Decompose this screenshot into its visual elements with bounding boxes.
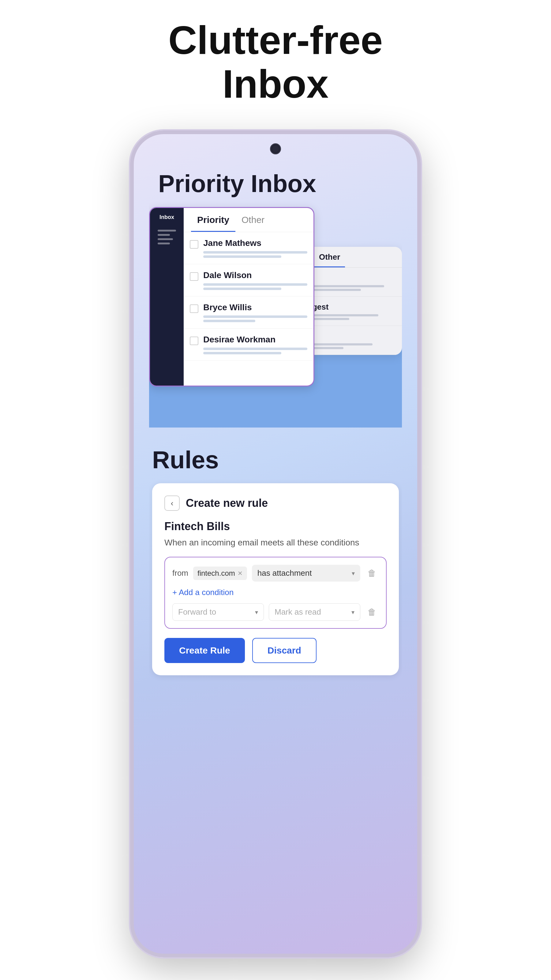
condition-row: from fintech.com ✕ has attachment ▾ 🗑 bbox=[172, 565, 379, 582]
email-checkbox-dale[interactable] bbox=[190, 272, 198, 281]
priority-card-tabs: Priority Other bbox=[184, 208, 313, 232]
card-sidebar: Inbox bbox=[150, 208, 184, 385]
rules-title: Rules bbox=[152, 446, 399, 474]
back-icon[interactable]: ‹ bbox=[164, 495, 180, 511]
email-item-dale[interactable]: Dale Wilson bbox=[184, 264, 313, 296]
page-wrapper: Clutter-free Inbox Priority Inbox Priori… bbox=[0, 0, 551, 980]
email-checkbox-jane[interactable] bbox=[190, 240, 198, 249]
tab-priority[interactable]: Priority bbox=[191, 208, 235, 232]
tab-other[interactable]: Other bbox=[235, 208, 271, 232]
screen-content: Priority Inbox Priority Other bbox=[149, 158, 402, 954]
from-label: from bbox=[172, 568, 188, 578]
other-card-tab-other[interactable]: Other bbox=[314, 247, 345, 267]
email-checkbox-bryce[interactable] bbox=[190, 304, 198, 313]
delete-condition-button[interactable]: 🗑 bbox=[365, 566, 379, 580]
cta-row: Create Rule Discard bbox=[164, 638, 387, 663]
delete-action-button[interactable]: 🗑 bbox=[365, 605, 379, 619]
tag-remove-icon[interactable]: ✕ bbox=[238, 570, 243, 577]
email-item-jane[interactable]: Jane Mathews bbox=[184, 232, 313, 264]
rules-section: Rules ‹ Create new rule Fintech Bills Wh… bbox=[149, 446, 402, 675]
priority-email-list: Jane Mathews bbox=[184, 232, 313, 385]
rule-card-header: ‹ Create new rule bbox=[164, 495, 387, 511]
add-condition-link[interactable]: + Add a condition bbox=[172, 588, 379, 597]
main-headline: Clutter-free Inbox bbox=[168, 18, 383, 106]
rule-name: Fintech Bills bbox=[164, 520, 387, 533]
mark-dropdown-arrow-icon: ▾ bbox=[351, 609, 354, 616]
rule-description: When an incoming email meets all these c… bbox=[164, 538, 387, 547]
forward-to-dropdown[interactable]: Forward to ▾ bbox=[172, 603, 264, 621]
create-rule-button[interactable]: Create Rule bbox=[164, 638, 245, 663]
sidebar-inbox-label: Inbox bbox=[159, 214, 174, 221]
forward-dropdown-arrow-icon: ▾ bbox=[255, 609, 258, 616]
rule-card: ‹ Create new rule Fintech Bills When an … bbox=[152, 483, 399, 675]
phone-shell: Priority Inbox Priority Other bbox=[130, 130, 421, 957]
email-item-desirae[interactable]: Desirae Workman bbox=[184, 329, 313, 361]
mark-as-read-dropdown[interactable]: Mark as read ▾ bbox=[269, 603, 360, 621]
fintech-tag[interactable]: fintech.com ✕ bbox=[193, 566, 247, 580]
email-checkbox-desirae[interactable] bbox=[190, 337, 198, 345]
rule-header-title: Create new rule bbox=[186, 497, 268, 510]
card-with-sidebar: Inbox bbox=[150, 208, 313, 385]
dropdown-arrow-icon: ▾ bbox=[352, 570, 355, 577]
priority-card: Inbox bbox=[149, 207, 314, 387]
inbox-demo-area: Priority Other LinkedIn bbox=[149, 207, 402, 428]
camera bbox=[270, 143, 281, 154]
has-attachment-dropdown[interactable]: has attachment ▾ bbox=[252, 565, 360, 582]
email-item-bryce[interactable]: Bryce Willis bbox=[184, 296, 313, 329]
discard-button[interactable]: Discard bbox=[252, 638, 316, 663]
condition-box: from fintech.com ✕ has attachment ▾ 🗑 bbox=[164, 557, 387, 629]
action-row: Forward to ▾ Mark as read ▾ 🗑 bbox=[172, 603, 379, 621]
priority-inbox-title: Priority Inbox bbox=[158, 170, 316, 198]
